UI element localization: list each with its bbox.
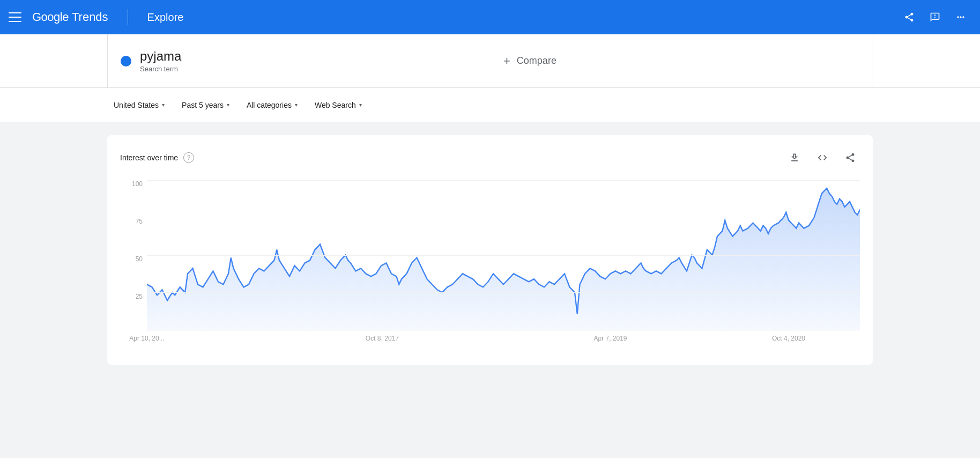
compare-label: Compare: [517, 55, 556, 67]
grid-line-50: [147, 255, 860, 256]
card-header: Interest over time ?: [120, 148, 860, 167]
search-term-container: pyjama Search term: [107, 34, 486, 87]
interest-over-time-card: Interest over time ? 100 75 50: [107, 135, 873, 365]
x-label-apr2016: Apr 10, 20...: [129, 335, 164, 342]
main-content: Interest over time ? 100 75 50: [0, 122, 980, 386]
y-label-100: 100: [120, 180, 143, 188]
filter-bar: United States ▾ Past 5 years ▾ All categ…: [0, 88, 980, 122]
embed-button[interactable]: [813, 148, 832, 167]
header-left: Google Trends Explore: [9, 9, 183, 25]
search-term-dot: [121, 56, 131, 67]
grid-line-75: [147, 218, 860, 218]
menu-button[interactable]: [9, 12, 21, 22]
compare-container[interactable]: + Compare: [486, 34, 873, 87]
compare-plus-icon: +: [503, 54, 510, 68]
download-button[interactable]: [785, 148, 804, 167]
logo-google: Google: [32, 10, 69, 24]
card-title-area: Interest over time ?: [120, 152, 194, 163]
x-label-apr2019: Apr 7, 2019: [593, 335, 627, 342]
y-label-25: 25: [120, 293, 143, 300]
location-filter-label: United States: [114, 101, 159, 109]
y-label-75: 75: [120, 218, 143, 225]
search-term-text: pyjama Search term: [140, 49, 181, 73]
header-right: [899, 6, 971, 28]
apps-button[interactable]: [950, 6, 971, 28]
header: Google Trends Explore: [0, 0, 980, 34]
time-filter-label: Past 5 years: [182, 101, 224, 109]
chart-y-labels: 100 75 50 25: [120, 180, 147, 330]
category-filter-label: All categories: [247, 101, 292, 109]
grid-line-25: [147, 292, 860, 293]
chart-x-labels: Apr 10, 20... Oct 8, 2017 Apr 7, 2019 Oc…: [147, 330, 860, 352]
share-chart-button[interactable]: [841, 148, 860, 167]
search-type-filter[interactable]: Web Search ▾: [308, 97, 368, 114]
search-type-filter-label: Web Search: [315, 101, 356, 109]
grid-line-100: [147, 180, 860, 181]
chart-area: [147, 180, 860, 330]
card-actions: [785, 148, 860, 167]
help-icon[interactable]: ?: [183, 152, 194, 163]
x-label-oct2020: Oct 4, 2020: [772, 335, 805, 342]
x-label-oct2017: Oct 8, 2017: [366, 335, 399, 342]
search-area: pyjama Search term + Compare: [0, 34, 980, 88]
search-type-filter-chevron: ▾: [359, 102, 362, 108]
logo-trends: Trends: [72, 10, 108, 24]
category-filter[interactable]: All categories ▾: [240, 97, 304, 114]
location-filter[interactable]: United States ▾: [107, 97, 171, 114]
share-button[interactable]: [899, 6, 920, 28]
feedback-button[interactable]: [924, 6, 946, 28]
header-divider: [128, 9, 128, 25]
time-filter-chevron: ▾: [227, 102, 229, 108]
logo-container: Google Trends: [32, 10, 108, 24]
svg-marker-0: [147, 188, 860, 330]
time-filter[interactable]: Past 5 years ▾: [175, 97, 236, 114]
search-term-type: Search term: [140, 65, 181, 73]
search-left-margin: [0, 34, 107, 87]
header-explore: Explore: [147, 11, 184, 24]
location-filter-chevron: ▾: [162, 102, 165, 108]
chart-container: 100 75 50 25: [120, 180, 860, 352]
search-term-main: pyjama: [140, 49, 181, 64]
category-filter-chevron: ▾: [295, 102, 298, 108]
search-right-margin: [873, 34, 980, 87]
y-label-50: 50: [120, 255, 143, 263]
card-title: Interest over time: [120, 153, 178, 162]
